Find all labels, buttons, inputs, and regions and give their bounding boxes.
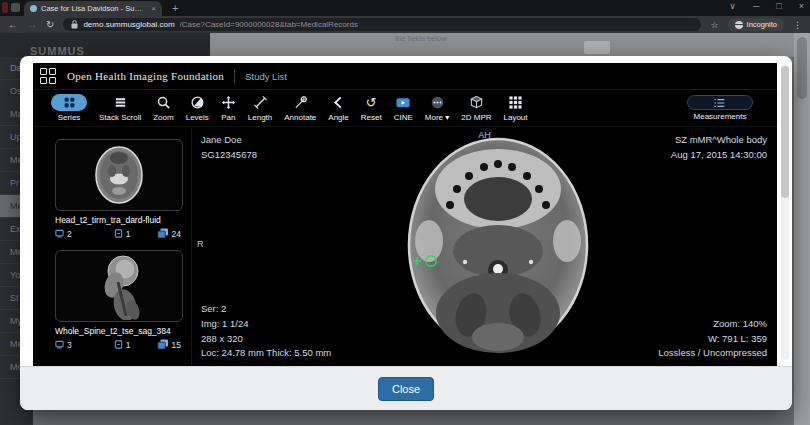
pan-icon (221, 95, 236, 110)
study-description: SZ mMR^Whole body (671, 133, 767, 148)
overlay-study: SZ mMR^Whole body Aug 17, 2015 14:30:00 (671, 133, 767, 162)
tool-annotate[interactable]: Annotate (278, 94, 322, 122)
series-number-icon (55, 229, 64, 238)
tool-cine[interactable]: CINE (388, 94, 419, 122)
mpr-cube-icon (469, 95, 484, 110)
spine-sagittal-thumbnail (85, 252, 153, 320)
page-scrollbar[interactable] (794, 33, 810, 425)
viewer-header: Open Health Imaging Foundation Study Lis… (33, 63, 777, 90)
series-active-pill (51, 94, 87, 111)
browser-chrome: Case for Lisa Davidson - Summus × + ∨ ─ … (0, 0, 810, 33)
image-number: Img: 1 1/24 (201, 317, 331, 332)
series-badges: 3 1 15 (55, 339, 183, 350)
cine-play-icon (395, 95, 411, 110)
patient-id: SG12345678 (201, 148, 257, 163)
tool-levels[interactable]: Levels (180, 94, 215, 122)
series-grid-icon (63, 96, 76, 109)
probe-annotation[interactable] (408, 252, 440, 274)
back-icon[interactable]: ← (8, 20, 18, 30)
series-number-badge: 3 (55, 340, 72, 350)
bookmark-star-icon[interactable]: ☆ (710, 20, 718, 30)
url-path: /Case?CaseId=9000000028&tab=MedicalRecor… (180, 20, 358, 29)
window-maximize-icon[interactable]: □ (776, 1, 781, 11)
page-header-button (584, 41, 610, 54)
browser-tab[interactable]: Case for Lisa Davidson - Summus × (24, 1, 162, 16)
incognito-label: Incognito (747, 20, 777, 29)
window-minimize-icon[interactable]: ─ (753, 1, 759, 11)
study-list-link[interactable]: Study List (245, 71, 287, 82)
tab-favicon (30, 5, 37, 12)
medical-records-modal: Open Health Imaging Foundation Study Lis… (20, 56, 792, 410)
tool-2d-mpr[interactable]: 2D MPR (455, 94, 497, 122)
tool-reset[interactable]: ↺ Reset (355, 94, 388, 122)
thumbnail-image-frame (55, 250, 183, 322)
thumbnail-image-frame (55, 139, 183, 211)
address-bar[interactable]: demo.summusglobal.com/Case?CaseId=900000… (63, 18, 701, 31)
tool-stack-scroll[interactable]: Stack Scroll (93, 94, 147, 122)
series-thumbnail-head[interactable]: Head_t2_tirm_tra_dard-fluid 2 1 (55, 139, 183, 239)
image-matrix: 288 x 320 (201, 332, 331, 347)
compression-info: Lossless / Uncompressed (658, 346, 767, 361)
viewer-brand: Open Health Imaging Foundation (67, 70, 224, 82)
screen: Case for Lisa Davidson - Summus × + ∨ ─ … (0, 0, 810, 425)
browser-menu-icon[interactable]: ⋮ (793, 20, 802, 30)
instance-number-badge: 1 (114, 229, 131, 239)
angle-icon (331, 95, 346, 110)
levels-icon (190, 95, 205, 110)
reload-icon[interactable]: ↻ (46, 20, 54, 30)
instance-number-badge: 1 (114, 340, 131, 350)
tool-zoom[interactable]: Zoom (147, 94, 179, 122)
stack-scroll-icon (113, 95, 128, 110)
mri-image (393, 131, 603, 363)
dicom-viewport[interactable]: AH R Jane Doe SG12345678 SZ mMR^Whole bo… (191, 128, 777, 366)
viewer-content: Head_t2_tirm_tra_dard-fluid 2 1 (33, 128, 777, 366)
stack-count-badge: 24 (157, 228, 181, 239)
measurements-list-icon (713, 97, 727, 109)
window-controls: ∨ ─ □ × (729, 1, 804, 11)
measurements-label: Measurements (694, 112, 747, 121)
incognito-icon (735, 21, 743, 29)
reset-icon: ↺ (366, 96, 377, 109)
ohif-logo-icon (40, 68, 57, 85)
study-browser-panel: Head_t2_tirm_tra_dard-fluid 2 1 (33, 128, 191, 366)
measurements-toggle[interactable]: Measurements (687, 94, 753, 121)
ohif-viewer: Open Health Imaging Foundation Study Lis… (33, 63, 777, 366)
zoom-icon (156, 95, 171, 110)
tab-close-icon[interactable]: × (151, 4, 156, 13)
recording-indicator (2, 2, 8, 13)
zoom-level: Zoom: 140% (658, 317, 767, 332)
viewer-toolbar: Series Stack Scroll Zoom Levels Pan (33, 90, 777, 127)
window-chevron-icon[interactable]: ∨ (729, 1, 736, 11)
new-tab-button[interactable]: + (172, 2, 178, 14)
tool-series[interactable]: Series (45, 94, 93, 122)
browser-app-icon (11, 3, 20, 12)
series-number-badge: 2 (55, 229, 72, 239)
tool-angle[interactable]: Angle (322, 94, 354, 122)
annotate-icon (293, 95, 308, 110)
window-level: W: 791 L: 359 (658, 332, 767, 347)
modal-footer: Close (20, 366, 792, 410)
summus-logo: SUMMUS (0, 33, 210, 57)
tool-length[interactable]: Length (242, 94, 278, 122)
tab-strip: Case for Lisa Davidson - Summus × + ∨ ─ … (0, 0, 810, 16)
more-dots-icon (430, 95, 445, 110)
tool-more[interactable]: More ▾ (419, 94, 455, 122)
page-hint-text: the fields below (395, 34, 447, 43)
series-title: Head_t2_tirm_tra_dard-fluid (55, 215, 183, 225)
series-badges: 2 1 24 (55, 228, 183, 239)
close-button[interactable]: Close (378, 377, 434, 401)
series-thumbnail-spine[interactable]: Whole_Spine_t2_tse_sag_384 3 1 (55, 250, 183, 350)
overlay-display-info: Zoom: 140% W: 791 L: 359 Lossless / Unco… (658, 317, 767, 361)
tab-title: Case for Lisa Davidson - Summus (41, 4, 147, 13)
tool-pan[interactable]: Pan (215, 94, 242, 122)
layout-grid-icon (508, 95, 523, 110)
study-datetime: Aug 17, 2015 14:30:00 (671, 148, 767, 163)
brain-axial-thumbnail (85, 141, 153, 209)
tool-layout[interactable]: Layout (498, 94, 534, 122)
stack-count-badge: 15 (157, 339, 181, 350)
window-close-icon[interactable]: × (799, 1, 804, 11)
modal-scrollbar[interactable] (781, 64, 789, 360)
orientation-marker-left: R (197, 239, 204, 249)
forward-icon[interactable]: → (27, 20, 37, 30)
slice-location: Loc: 24.78 mm Thick: 5.50 mm (201, 346, 331, 361)
